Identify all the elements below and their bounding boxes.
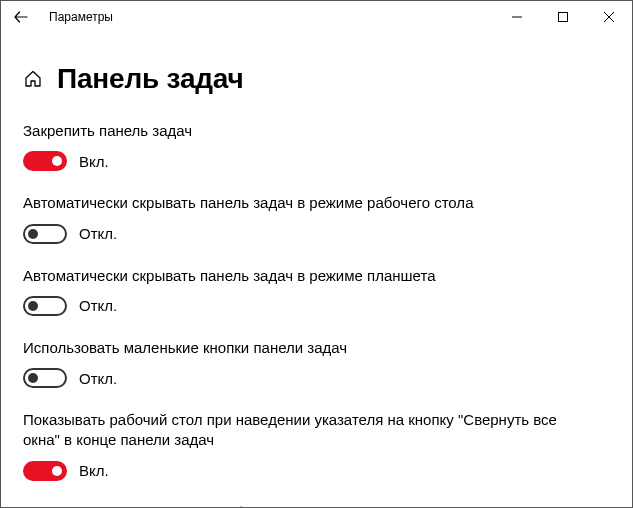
setting-label: Автоматически скрывать панель задач в ре…: [23, 193, 583, 213]
maximize-button[interactable]: [540, 1, 586, 33]
window-controls: [494, 1, 632, 33]
toggle-state-label: Откл.: [79, 297, 117, 314]
home-icon[interactable]: [23, 69, 43, 89]
close-button[interactable]: [586, 1, 632, 33]
toggle-switch[interactable]: [23, 368, 67, 388]
page-header: Панель задач: [23, 63, 610, 95]
toggle-row: Вкл.: [23, 461, 610, 481]
setting-label: Закрепить панель задач: [23, 121, 583, 141]
minimize-button[interactable]: [494, 1, 540, 33]
page-title: Панель задач: [57, 63, 244, 95]
toggle-knob: [52, 156, 62, 166]
toggle-state-label: Вкл.: [79, 462, 109, 479]
setting-label: Использовать маленькие кнопки панели зад…: [23, 338, 583, 358]
svg-rect-1: [559, 13, 568, 22]
toggle-row: Откл.: [23, 368, 610, 388]
back-button[interactable]: [9, 5, 33, 29]
setting-item: Автоматически скрывать панель задач в ре…: [23, 193, 610, 243]
toggle-state-label: Откл.: [79, 225, 117, 242]
toggle-switch[interactable]: [23, 461, 67, 481]
toggle-row: Вкл.: [23, 151, 610, 171]
setting-label: Автоматически скрывать панель задач в ре…: [23, 266, 583, 286]
toggle-knob: [28, 229, 38, 239]
toggle-switch[interactable]: [23, 296, 67, 316]
toggle-state-label: Вкл.: [79, 153, 109, 170]
setting-item: Использовать маленькие кнопки панели зад…: [23, 338, 610, 388]
window-title: Параметры: [49, 10, 113, 24]
setting-item: Автоматически скрывать панель задач в ре…: [23, 266, 610, 316]
setting-item: Закрепить панель задачВкл.: [23, 121, 610, 171]
setting-label: Заменить командную строку оболочкой Wind…: [23, 503, 583, 509]
content: Панель задач Закрепить панель задачВкл.А…: [1, 33, 632, 508]
titlebar: Параметры: [1, 1, 632, 33]
toggle-switch[interactable]: [23, 224, 67, 244]
toggle-knob: [52, 466, 62, 476]
setting-label: Показывать рабочий стол при наведении ук…: [23, 410, 583, 451]
toggle-switch[interactable]: [23, 151, 67, 171]
toggle-state-label: Откл.: [79, 370, 117, 387]
toggle-knob: [28, 301, 38, 311]
setting-item: Показывать рабочий стол при наведении ук…: [23, 410, 610, 481]
toggle-row: Откл.: [23, 224, 610, 244]
toggle-knob: [28, 373, 38, 383]
titlebar-left: Параметры: [9, 5, 113, 29]
setting-item: Заменить командную строку оболочкой Wind…: [23, 503, 610, 509]
settings-list: Закрепить панель задачВкл.Автоматически …: [23, 121, 610, 508]
toggle-row: Откл.: [23, 296, 610, 316]
